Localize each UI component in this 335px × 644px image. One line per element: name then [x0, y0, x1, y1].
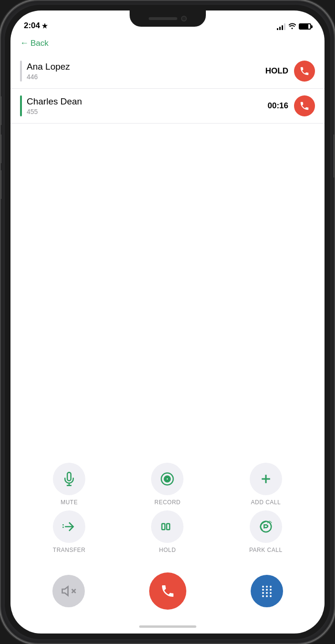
- svg-point-4: [166, 478, 169, 480]
- park-call-circle: [250, 510, 282, 543]
- record-label: RECORD: [154, 499, 181, 506]
- notch: [130, 10, 206, 27]
- call-number-ana: 446: [27, 73, 261, 81]
- volume-up-button[interactable]: [0, 96, 1, 125]
- status-time: 2:04: [24, 21, 48, 31]
- keypad-icon: [259, 583, 274, 599]
- hold-label: HOLD: [159, 547, 176, 553]
- park-call-icon: [259, 519, 273, 534]
- back-label: Back: [30, 39, 49, 48]
- controls-row-1: MUTE RECORD: [20, 463, 315, 506]
- record-icon: [160, 472, 174, 486]
- speaker-icon: [61, 583, 76, 599]
- phone-inner: 2:04: [5, 5, 330, 639]
- call-number-charles: 455: [27, 108, 263, 115]
- add-call-control[interactable]: ADD CALL: [242, 463, 290, 506]
- phone-end-icon-2: [299, 101, 310, 111]
- controls-row-2: TRANSFER HOLD: [20, 510, 315, 553]
- transfer-label: TRANSFER: [53, 547, 86, 553]
- back-arrow-icon: ←: [20, 38, 29, 48]
- home-bar: [139, 625, 196, 628]
- content-area: ← Back Ana Lopez 446 HOLD: [10, 34, 325, 634]
- transfer-control[interactable]: TRANSFER: [45, 510, 93, 553]
- signal-icon: [277, 23, 285, 30]
- svg-point-20: [266, 589, 268, 591]
- svg-point-22: [262, 592, 264, 594]
- battery-icon: [299, 23, 311, 30]
- phone-end-icon: [299, 66, 310, 76]
- svg-point-19: [262, 589, 264, 591]
- call-action-charles: 00:16: [268, 95, 315, 116]
- record-circle: [151, 463, 183, 495]
- hold-circle: [151, 510, 183, 543]
- transfer-icon: [62, 519, 76, 534]
- park-call-label: PARK CALL: [249, 547, 283, 553]
- call-info-ana: Ana Lopez 446: [27, 62, 261, 81]
- add-call-icon: [259, 472, 273, 486]
- svg-point-23: [266, 592, 268, 594]
- svg-point-26: [266, 595, 268, 597]
- add-call-circle: [250, 463, 282, 495]
- status-icons: [277, 22, 311, 31]
- end-call-charles-button[interactable]: [294, 95, 315, 116]
- svg-rect-10: [167, 524, 170, 530]
- svg-point-16: [262, 586, 264, 588]
- svg-point-25: [262, 595, 264, 597]
- call-row-ana: Ana Lopez 446 HOLD: [10, 54, 325, 89]
- spacer: [10, 124, 325, 458]
- svg-rect-9: [162, 524, 165, 530]
- call-name-charles: Charles Dean: [27, 96, 263, 107]
- location-icon: [42, 23, 48, 29]
- speaker-button[interactable]: [52, 575, 85, 607]
- call-info-charles: Charles Dean 455: [27, 96, 263, 116]
- silent-switch[interactable]: [0, 170, 1, 199]
- speaker-grille: [149, 17, 177, 20]
- transfer-circle: [53, 510, 85, 543]
- call-status-ana: HOLD: [265, 66, 288, 76]
- mute-circle: [53, 463, 85, 495]
- wifi-icon: [288, 22, 296, 31]
- end-call-ana-button[interactable]: [294, 61, 315, 82]
- time-label: 2:04: [24, 21, 40, 31]
- call-indicator-ana: [20, 61, 22, 82]
- svg-point-24: [270, 592, 272, 594]
- mute-icon: [62, 472, 76, 486]
- mute-label: MUTE: [61, 499, 78, 506]
- call-list: Ana Lopez 446 HOLD: [10, 54, 325, 124]
- add-call-label: ADD CALL: [251, 499, 281, 506]
- record-control[interactable]: RECORD: [143, 463, 191, 506]
- park-call-control[interactable]: PARK CALL: [242, 510, 290, 553]
- home-indicator[interactable]: [10, 619, 325, 634]
- call-timer-charles: 00:16: [268, 101, 288, 111]
- front-camera: [181, 16, 187, 21]
- svg-marker-13: [62, 587, 68, 596]
- call-row-charles: Charles Dean 455 00:16: [10, 89, 325, 124]
- call-name-ana: Ana Lopez: [27, 62, 261, 73]
- hold-icon: [160, 519, 174, 534]
- phone-frame: 2:04: [0, 0, 335, 644]
- svg-point-27: [270, 595, 272, 597]
- svg-point-18: [270, 586, 272, 588]
- svg-point-17: [266, 586, 268, 588]
- end-call-button[interactable]: [149, 572, 186, 610]
- hold-control[interactable]: HOLD: [143, 510, 191, 553]
- keypad-button[interactable]: [251, 575, 283, 607]
- back-button[interactable]: ← Back: [10, 34, 325, 54]
- screen: 2:04: [10, 10, 325, 634]
- end-call-icon: [160, 583, 175, 599]
- controls-grid: MUTE RECORD: [10, 458, 325, 568]
- mute-control[interactable]: MUTE: [45, 463, 93, 506]
- svg-point-21: [270, 589, 272, 591]
- call-indicator-charles: [20, 95, 22, 116]
- bottom-actions: [10, 568, 325, 619]
- call-action-ana: HOLD: [265, 61, 315, 82]
- volume-down-button[interactable]: [0, 135, 1, 163]
